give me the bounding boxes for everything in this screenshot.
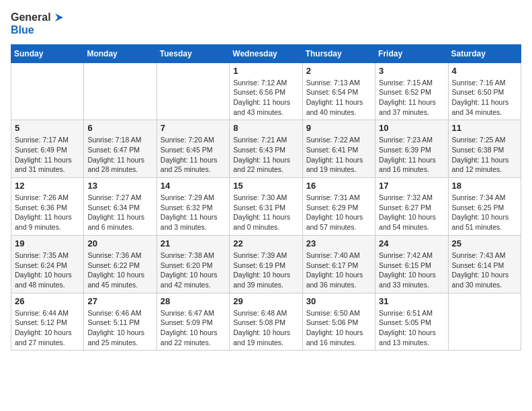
logo: General Blue [11,11,66,36]
day-info: Sunrise: 7:16 AM Sunset: 6:50 PM Dayligh… [452,78,517,118]
calendar-cell: 12Sunrise: 7:26 AM Sunset: 6:36 PM Dayli… [11,178,84,236]
day-number: 4 [452,66,517,76]
day-info: Sunrise: 7:32 AM Sunset: 6:27 PM Dayligh… [379,193,444,232]
week-row-1: 1Sunrise: 7:12 AM Sunset: 6:56 PM Daylig… [11,62,521,120]
day-header-tuesday: Tuesday [157,44,229,62]
day-info: Sunrise: 7:43 AM Sunset: 6:14 PM Dayligh… [452,250,517,290]
day-number: 28 [161,296,226,306]
day-number: 13 [87,181,152,191]
day-header-thursday: Thursday [302,44,375,62]
calendar-cell: 25Sunrise: 7:43 AM Sunset: 6:14 PM Dayli… [448,235,521,293]
day-header-friday: Friday [375,44,448,62]
day-info: Sunrise: 7:23 AM Sunset: 6:39 PM Dayligh… [379,135,444,175]
day-info: Sunrise: 7:36 AM Sunset: 6:22 PM Dayligh… [87,250,152,290]
logo-container: General Blue [11,11,66,36]
day-info: Sunrise: 7:38 AM Sunset: 6:20 PM Dayligh… [161,250,226,290]
day-number: 25 [452,238,517,248]
calendar-cell: 15Sunrise: 7:30 AM Sunset: 6:31 PM Dayli… [230,178,302,236]
day-header-wednesday: Wednesday [230,44,302,62]
day-number: 10 [379,123,444,133]
day-info: Sunrise: 7:31 AM Sunset: 6:29 PM Dayligh… [306,193,371,232]
calendar-cell: 14Sunrise: 7:29 AM Sunset: 6:32 PM Dayli… [157,178,229,236]
calendar-cell: 26Sunrise: 6:44 AM Sunset: 5:12 PM Dayli… [11,293,84,351]
calendar-cell: 1Sunrise: 7:12 AM Sunset: 6:56 PM Daylig… [230,62,302,120]
calendar-cell: 9Sunrise: 7:22 AM Sunset: 6:41 PM Daylig… [302,120,375,178]
calendar-cell: 31Sunrise: 6:51 AM Sunset: 5:05 PM Dayli… [375,293,448,351]
calendar-cell: 28Sunrise: 6:47 AM Sunset: 5:09 PM Dayli… [157,293,229,351]
calendar-cell: 30Sunrise: 6:50 AM Sunset: 5:06 PM Dayli… [302,293,375,351]
day-number: 3 [379,66,444,76]
calendar-cell: 21Sunrise: 7:38 AM Sunset: 6:20 PM Dayli… [157,235,229,293]
day-info: Sunrise: 7:17 AM Sunset: 6:49 PM Dayligh… [15,135,80,175]
day-number: 16 [306,181,371,191]
calendar-cell [84,62,157,120]
calendar-cell [11,62,84,120]
day-number: 14 [161,181,226,191]
day-number: 8 [233,123,298,133]
logo-general-text: General [11,11,51,24]
day-info: Sunrise: 6:47 AM Sunset: 5:09 PM Dayligh… [161,308,226,348]
day-number: 30 [306,296,371,306]
day-info: Sunrise: 7:34 AM Sunset: 6:25 PM Dayligh… [452,193,517,232]
calendar-cell: 23Sunrise: 7:40 AM Sunset: 6:17 PM Dayli… [302,235,375,293]
calendar-cell: 13Sunrise: 7:27 AM Sunset: 6:34 PM Dayli… [84,178,157,236]
calendar-cell: 4Sunrise: 7:16 AM Sunset: 6:50 PM Daylig… [448,62,521,120]
week-row-2: 5Sunrise: 7:17 AM Sunset: 6:49 PM Daylig… [11,120,521,178]
day-info: Sunrise: 7:27 AM Sunset: 6:34 PM Dayligh… [87,193,152,232]
day-info: Sunrise: 7:15 AM Sunset: 6:52 PM Dayligh… [379,78,444,118]
day-number: 5 [15,123,80,133]
week-row-4: 19Sunrise: 7:35 AM Sunset: 6:24 PM Dayli… [11,235,521,293]
day-number: 21 [161,238,226,248]
week-row-3: 12Sunrise: 7:26 AM Sunset: 6:36 PM Dayli… [11,178,521,236]
day-info: Sunrise: 7:18 AM Sunset: 6:47 PM Dayligh… [87,135,152,175]
day-number: 19 [15,238,80,248]
day-info: Sunrise: 6:50 AM Sunset: 5:06 PM Dayligh… [306,308,371,348]
day-header-sunday: Sunday [11,44,84,62]
calendar-cell: 3Sunrise: 7:15 AM Sunset: 6:52 PM Daylig… [375,62,448,120]
day-number: 9 [306,123,371,133]
page-header: General Blue [11,11,521,36]
day-header-monday: Monday [84,44,157,62]
calendar-cell: 24Sunrise: 7:42 AM Sunset: 6:15 PM Dayli… [375,235,448,293]
calendar-cell: 20Sunrise: 7:36 AM Sunset: 6:22 PM Dayli… [84,235,157,293]
calendar-cell: 27Sunrise: 6:46 AM Sunset: 5:11 PM Dayli… [84,293,157,351]
day-number: 17 [379,181,444,191]
day-number: 11 [452,123,517,133]
day-number: 26 [15,296,80,306]
logo-arrow-icon [52,11,66,24]
calendar-cell: 16Sunrise: 7:31 AM Sunset: 6:29 PM Dayli… [302,178,375,236]
calendar-cell: 17Sunrise: 7:32 AM Sunset: 6:27 PM Dayli… [375,178,448,236]
days-header-row: SundayMondayTuesdayWednesdayThursdayFrid… [11,44,521,62]
day-info: Sunrise: 7:39 AM Sunset: 6:19 PM Dayligh… [233,250,298,290]
calendar-cell: 7Sunrise: 7:20 AM Sunset: 6:45 PM Daylig… [157,120,229,178]
logo-blue-text: Blue [11,24,66,36]
calendar-cell: 22Sunrise: 7:39 AM Sunset: 6:19 PM Dayli… [230,235,302,293]
day-header-saturday: Saturday [448,44,521,62]
day-info: Sunrise: 7:35 AM Sunset: 6:24 PM Dayligh… [15,250,80,290]
calendar-cell: 11Sunrise: 7:25 AM Sunset: 6:38 PM Dayli… [448,120,521,178]
calendar-cell: 10Sunrise: 7:23 AM Sunset: 6:39 PM Dayli… [375,120,448,178]
day-number: 12 [15,181,80,191]
calendar-cell: 18Sunrise: 7:34 AM Sunset: 6:25 PM Dayli… [448,178,521,236]
day-number: 6 [87,123,152,133]
day-number: 29 [233,296,298,306]
day-info: Sunrise: 6:51 AM Sunset: 5:05 PM Dayligh… [379,308,444,348]
day-info: Sunrise: 7:40 AM Sunset: 6:17 PM Dayligh… [306,250,371,290]
day-info: Sunrise: 7:30 AM Sunset: 6:31 PM Dayligh… [233,193,298,232]
day-info: Sunrise: 7:13 AM Sunset: 6:54 PM Dayligh… [306,78,371,118]
calendar-cell: 19Sunrise: 7:35 AM Sunset: 6:24 PM Dayli… [11,235,84,293]
day-number: 1 [233,66,298,76]
day-number: 24 [379,238,444,248]
day-info: Sunrise: 7:26 AM Sunset: 6:36 PM Dayligh… [15,193,80,232]
day-number: 23 [306,238,371,248]
calendar-cell: 5Sunrise: 7:17 AM Sunset: 6:49 PM Daylig… [11,120,84,178]
day-info: Sunrise: 7:22 AM Sunset: 6:41 PM Dayligh… [306,135,371,175]
day-number: 27 [87,296,152,306]
calendar-cell: 8Sunrise: 7:21 AM Sunset: 6:43 PM Daylig… [230,120,302,178]
day-info: Sunrise: 7:21 AM Sunset: 6:43 PM Dayligh… [233,135,298,175]
day-number: 2 [306,66,371,76]
day-number: 20 [87,238,152,248]
day-info: Sunrise: 6:46 AM Sunset: 5:11 PM Dayligh… [87,308,152,348]
calendar-cell [157,62,229,120]
day-info: Sunrise: 7:25 AM Sunset: 6:38 PM Dayligh… [452,135,517,175]
